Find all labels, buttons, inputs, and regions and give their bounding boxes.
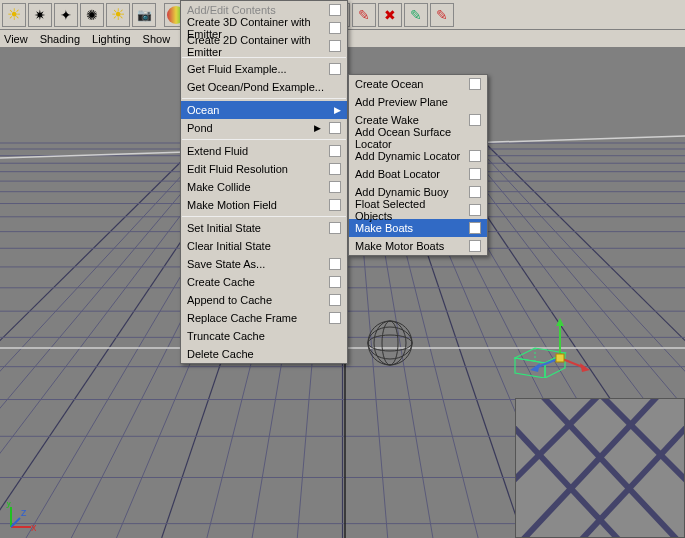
submenu-arrow-icon: ▶ <box>314 123 321 133</box>
svg-text:y: y <box>6 502 12 508</box>
submenu-arrow-icon: ▶ <box>334 105 341 115</box>
svg-text:x: x <box>31 521 36 532</box>
fluids-menu-item-13[interactable]: Make Motion Field <box>181 196 347 214</box>
svg-rect-63 <box>556 354 564 362</box>
option-box-icon[interactable] <box>329 199 341 211</box>
option-box-icon[interactable] <box>329 4 341 16</box>
svg-marker-58 <box>556 318 564 326</box>
tool-burst[interactable]: ✷ <box>28 3 52 27</box>
option-box-icon[interactable] <box>469 114 481 126</box>
fluids-menu-item-19[interactable]: Append to Cache <box>181 291 347 309</box>
fluids-menu-item-2[interactable]: Create 2D Container with Emitter <box>181 37 347 55</box>
svg-point-48 <box>368 321 412 365</box>
option-box-icon[interactable] <box>469 204 481 216</box>
fluids-menu-item-17[interactable]: Save State As... <box>181 255 347 273</box>
option-box-icon[interactable] <box>329 22 341 34</box>
option-box-icon[interactable] <box>329 145 341 157</box>
tool-ray[interactable]: ✺ <box>80 3 104 27</box>
option-box-icon[interactable] <box>469 78 481 90</box>
option-box-icon[interactable] <box>469 186 481 198</box>
fluids-menu-item-10[interactable]: Extend Fluid <box>181 142 347 160</box>
tool-marker2[interactable]: ✎ <box>430 3 454 27</box>
svg-line-66 <box>11 518 20 527</box>
svg-marker-62 <box>530 363 540 372</box>
svg-marker-60 <box>580 363 590 372</box>
ocean-menu-item-1[interactable]: Add Preview Plane <box>349 93 487 111</box>
fluids-menu-item-8[interactable]: Pond▶ <box>181 119 347 137</box>
option-box-icon[interactable] <box>329 276 341 288</box>
fluids-menu-item-11[interactable]: Edit Fluid Resolution <box>181 160 347 178</box>
axis-gizmo: y x z <box>6 502 36 532</box>
option-box-icon[interactable] <box>329 40 341 52</box>
fluids-context-menu: Add/Edit ContentsCreate 3D Container wit… <box>180 0 348 364</box>
tool-brush2[interactable]: ✎ <box>404 3 428 27</box>
ocean-submenu: Create OceanAdd Preview PlaneCreate Wake… <box>348 74 488 256</box>
fluids-menu-item-16[interactable]: Clear Initial State <box>181 237 347 255</box>
fluids-menu-item-21[interactable]: Truncate Cache <box>181 327 347 345</box>
option-box-icon[interactable] <box>329 222 341 234</box>
fluids-menu-item-5[interactable]: Get Ocean/Pond Example... <box>181 78 347 96</box>
svg-line-0 <box>0 143 200 538</box>
ocean-menu-item-9[interactable]: Make Motor Boats <box>349 237 487 255</box>
option-box-icon[interactable] <box>469 168 481 180</box>
option-box-icon[interactable] <box>329 163 341 175</box>
svg-point-51 <box>374 321 406 365</box>
ocean-menu-item-4[interactable]: Add Dynamic Locator <box>349 147 487 165</box>
sphere-object[interactable] <box>365 318 415 368</box>
ocean-menu-item-5[interactable]: Add Boat Locator <box>349 165 487 183</box>
svg-text:z: z <box>21 506 27 518</box>
tool-sun[interactable]: ☀ <box>2 3 26 27</box>
tool-camera[interactable]: 📷 <box>132 3 156 27</box>
tool-marker[interactable]: ✎ <box>352 3 376 27</box>
fluids-menu-item-4[interactable]: Get Fluid Example... <box>181 60 347 78</box>
inset-view[interactable] <box>515 398 685 538</box>
fluids-menu-item-7[interactable]: Ocean▶ <box>181 101 347 119</box>
option-box-icon[interactable] <box>329 312 341 324</box>
ocean-menu-item-7[interactable]: Float Selected Objects <box>349 201 487 219</box>
fluids-menu-item-18[interactable]: Create Cache <box>181 273 347 291</box>
fluids-menu-item-20[interactable]: Replace Cache Frame <box>181 309 347 327</box>
move-manipulator[interactable] <box>530 318 590 378</box>
option-box-icon[interactable] <box>329 258 341 270</box>
option-box-icon[interactable] <box>329 294 341 306</box>
ocean-menu-item-3[interactable]: Add Ocean Surface Locator <box>349 129 487 147</box>
panel-menu-view[interactable]: View <box>4 33 28 45</box>
option-box-icon[interactable] <box>469 150 481 162</box>
svg-point-52 <box>368 327 412 359</box>
fluids-menu-item-15[interactable]: Set Initial State <box>181 219 347 237</box>
tool-cross[interactable]: ✦ <box>54 3 78 27</box>
option-box-icon[interactable] <box>329 181 341 193</box>
panel-menu-lighting[interactable]: Lighting <box>92 33 131 45</box>
fluids-menu-item-12[interactable]: Make Collide <box>181 178 347 196</box>
panel-menu-shading[interactable]: Shading <box>40 33 80 45</box>
option-box-icon[interactable] <box>329 63 341 75</box>
option-box-icon[interactable] <box>469 222 481 234</box>
fluids-menu-item-22[interactable]: Delete Cache <box>181 345 347 363</box>
tool-xmark[interactable]: ✖ <box>378 3 402 27</box>
option-box-icon[interactable] <box>329 122 341 134</box>
ocean-menu-item-0[interactable]: Create Ocean <box>349 75 487 93</box>
panel-menu-show[interactable]: Show <box>143 33 171 45</box>
option-box-icon[interactable] <box>469 240 481 252</box>
tool-sun2[interactable]: ☀ <box>106 3 130 27</box>
